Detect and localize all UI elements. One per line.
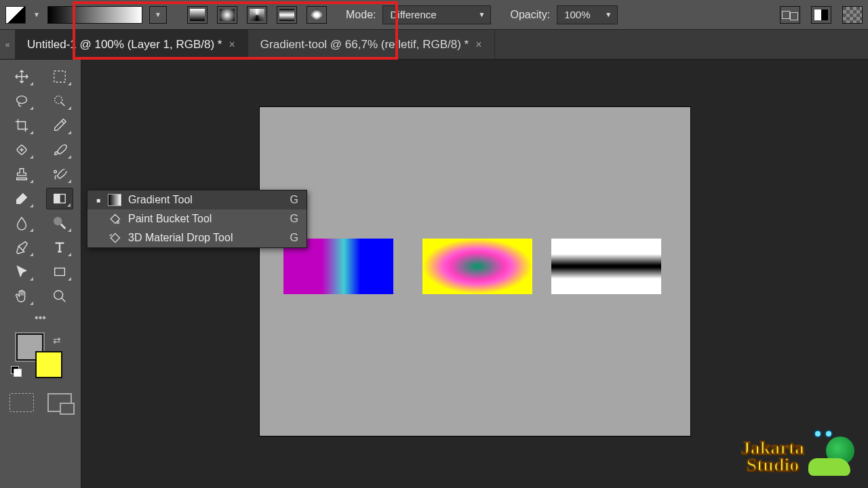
canvas-viewport[interactable]	[81, 60, 868, 488]
context-menu-item[interactable]: ■ Gradient Tool G	[87, 190, 307, 209]
quick-mask-toggle[interactable]	[9, 393, 34, 412]
pen-tool[interactable]	[8, 237, 35, 258]
chevron-down-icon: ▼	[605, 11, 612, 18]
canvas[interactable]	[260, 107, 690, 436]
collapse-panels-icon[interactable]: «	[0, 30, 15, 59]
gradient-type-radial[interactable]	[217, 6, 237, 24]
gradient-type-diamond[interactable]	[307, 6, 327, 24]
blur-tool[interactable]	[8, 212, 35, 234]
default-colors-icon[interactable]	[11, 366, 22, 377]
material-drop-icon	[108, 232, 121, 244]
eraser-tool[interactable]	[8, 188, 35, 209]
context-menu-item[interactable]: 3D Material Drop Tool G	[87, 228, 307, 247]
options-right-icons	[780, 6, 863, 24]
document-tab-title: Untitled-1 @ 100% (Layer 1, RGB/8) *	[27, 38, 222, 52]
main-area: ••• ⇄	[0, 60, 868, 488]
document-tab-bar: « Untitled-1 @ 100% (Layer 1, RGB/8) * ×…	[0, 30, 868, 60]
move-tool[interactable]	[8, 66, 35, 87]
hand-tool[interactable]	[8, 285, 35, 307]
screen-mode-toggle[interactable]	[47, 393, 72, 412]
chevron-down-icon: ▼	[479, 11, 486, 18]
svg-point-1	[16, 96, 26, 104]
gradient-preview[interactable]	[47, 6, 142, 24]
selected-marker-icon: ■	[96, 197, 101, 204]
brush-tool[interactable]	[46, 139, 73, 161]
swap-colors-icon[interactable]: ⇄	[53, 335, 61, 346]
dither-toggle-icon[interactable]	[811, 6, 831, 24]
context-item-shortcut: G	[290, 213, 298, 225]
bucket-icon	[108, 213, 121, 225]
context-item-label: Paint Bucket Tool	[128, 213, 212, 225]
reverse-toggle-icon[interactable]	[780, 6, 800, 24]
context-item-shortcut: G	[290, 194, 298, 206]
watermark-line2: Studio	[741, 456, 804, 473]
gradient-sample-radial	[422, 239, 532, 294]
context-item-label: 3D Material Drop Tool	[128, 232, 233, 244]
background-color[interactable]	[35, 351, 62, 378]
quick-select-tool[interactable]	[46, 90, 73, 112]
gradient-type-group	[187, 6, 327, 24]
toolbox-more[interactable]: •••	[4, 312, 77, 323]
svg-rect-6	[54, 195, 59, 203]
tool-preset-swatch[interactable]	[5, 6, 26, 24]
svg-rect-8	[54, 268, 64, 276]
context-item-shortcut: G	[290, 232, 298, 244]
dodge-tool[interactable]	[46, 212, 73, 234]
marquee-tool[interactable]	[46, 66, 73, 87]
stamp-tool[interactable]	[8, 163, 35, 185]
gradient-type-angle[interactable]	[247, 6, 267, 24]
watermark: Jakarta Studio	[741, 434, 856, 479]
svg-point-7	[54, 218, 61, 225]
type-tool[interactable]	[46, 237, 73, 258]
tool-preset-chevron[interactable]: ▼	[33, 11, 41, 18]
shape-tool[interactable]	[46, 261, 73, 283]
gradient-picker-chevron[interactable]: ▼	[149, 6, 167, 24]
transparency-toggle-icon[interactable]	[842, 6, 863, 24]
mode-select[interactable]: Difference ▼	[382, 5, 491, 24]
zoom-tool[interactable]	[46, 285, 73, 307]
gradient-icon	[108, 194, 121, 206]
svg-point-4	[54, 171, 56, 174]
context-item-label: Gradient Tool	[128, 194, 193, 206]
options-bar: ▼ ▼ Mode: Difference ▼ Opacity: 100% ▼	[0, 0, 868, 30]
document-tab[interactable]: Gradient-tool @ 66,7% (refletif, RGB/8) …	[248, 30, 495, 59]
snail-mascot-icon	[808, 434, 856, 479]
history-brush-tool[interactable]	[46, 163, 73, 185]
crop-tool[interactable]	[8, 115, 35, 136]
svg-rect-0	[54, 71, 65, 83]
svg-point-9	[54, 291, 62, 300]
opacity-select[interactable]: 100% ▼	[557, 5, 618, 24]
mode-label: Mode:	[346, 9, 376, 21]
context-menu-item[interactable]: Paint Bucket Tool G	[87, 209, 307, 228]
gradient-type-reflected[interactable]	[277, 6, 297, 24]
lasso-tool[interactable]	[8, 90, 35, 112]
toolbox: ••• ⇄	[0, 60, 81, 488]
opacity-label: Opacity:	[510, 9, 550, 21]
mode-value: Difference	[390, 9, 436, 20]
gradient-sample-reflected	[551, 239, 661, 294]
color-swatches: ⇄	[4, 333, 77, 381]
document-tab-title: Gradient-tool @ 66,7% (refletif, RGB/8) …	[260, 38, 469, 52]
watermark-text: Jakarta Studio	[741, 439, 804, 473]
gradient-tool[interactable]	[46, 188, 73, 209]
opacity-value: 100%	[564, 9, 590, 20]
healing-tool[interactable]	[8, 139, 35, 161]
eyedropper-tool[interactable]	[46, 115, 73, 136]
close-icon[interactable]: ×	[229, 39, 235, 51]
tool-context-menu: ■ Gradient Tool G Paint Bucket Tool G 3D…	[87, 190, 307, 248]
gradient-type-linear[interactable]	[187, 6, 208, 24]
close-icon[interactable]: ×	[475, 39, 481, 51]
path-select-tool[interactable]	[8, 261, 35, 283]
document-tab[interactable]: Untitled-1 @ 100% (Layer 1, RGB/8) * ×	[15, 30, 248, 59]
